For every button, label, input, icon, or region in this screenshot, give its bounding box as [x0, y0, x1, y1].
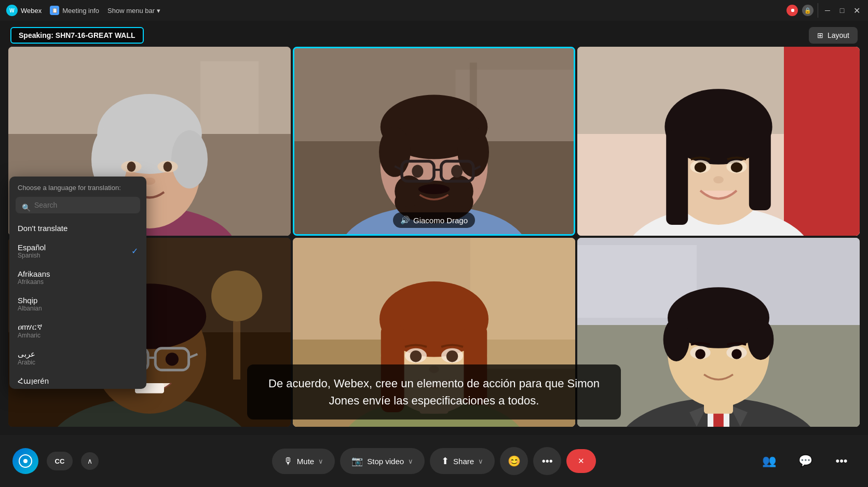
- control-bar: CC ∧ 🎙 Mute ∨ 📷 Stop video ∨ ⬆ Share ∨ 😊…: [0, 435, 868, 487]
- end-call-icon: ✕: [578, 456, 585, 466]
- stop-video-btn[interactable]: 📷 Stop video ∨: [340, 448, 425, 474]
- mute-caret: ∨: [318, 457, 323, 465]
- app-name: Webex: [21, 7, 42, 15]
- speaker-name-text: Giacomo Drago: [413, 216, 468, 225]
- participant-video-3: [577, 47, 860, 236]
- svg-point-48: [713, 176, 724, 183]
- lang-name-amharic: ዐmሃርኛ: [18, 322, 43, 332]
- layout-btn[interactable]: ⊞ Layout: [809, 27, 858, 44]
- mute-btn[interactable]: 🎙 Mute ∨: [272, 449, 335, 474]
- svg-point-22: [379, 127, 411, 177]
- participant-video-2: [294, 48, 574, 234]
- active-speaker-label: 🔊 Giacomo Drago: [393, 212, 475, 228]
- overflow-btn[interactable]: •••: [828, 447, 856, 475]
- overflow-icon: •••: [835, 454, 847, 468]
- layout-label: Layout: [828, 31, 849, 39]
- lang-item-spanish[interactable]: Español Spanish ✓: [9, 238, 146, 264]
- recording-badge: ⏺: [786, 5, 798, 16]
- svg-point-77: [446, 350, 458, 362]
- chevron-down-icon: ▾: [157, 7, 160, 15]
- svg-point-90: [663, 318, 689, 361]
- search-wrapper: 🔍: [9, 197, 146, 219]
- mic-active-icon: 🔊: [400, 215, 410, 225]
- reactions-icon: 😊: [508, 455, 521, 467]
- lang-check-spanish: ✓: [131, 246, 138, 256]
- meeting-info-btn[interactable]: 📋 Meeting info: [50, 6, 99, 15]
- security-badge: 🔒: [802, 5, 813, 16]
- app-logo[interactable]: W Webex: [6, 5, 42, 16]
- share-icon: ⬆: [441, 455, 449, 467]
- svg-point-97: [23, 459, 28, 463]
- participant-avatar-2: [294, 48, 574, 234]
- end-call-btn[interactable]: ✕: [566, 449, 596, 473]
- webex-icon: W: [6, 5, 18, 16]
- share-btn[interactable]: ⬆ Share ∨: [430, 448, 495, 474]
- participant-avatar-3: [577, 47, 860, 236]
- svg-point-95: [731, 349, 742, 359]
- lang-name-arabic: عربى: [18, 349, 35, 359]
- svg-point-11: [127, 161, 136, 172]
- participants-icon: 👥: [762, 454, 776, 468]
- lang-sub-amharic: Amharic: [18, 332, 43, 339]
- svg-point-51: [211, 270, 262, 321]
- cc-label: CC: [55, 457, 65, 465]
- lang-name-afrikaans: Afrikaans: [18, 269, 50, 278]
- chevron-up-icon: ∧: [87, 457, 92, 465]
- close-btn[interactable]: ✕: [851, 5, 862, 16]
- video-cell-3: [577, 47, 860, 236]
- chat-btn[interactable]: 💬: [791, 447, 819, 475]
- show-menu-btn[interactable]: Show menu bar ▾: [107, 7, 160, 15]
- webex-ai-btn[interactable]: [12, 448, 38, 474]
- language-list: Don't translate Español Spanish ✓ Afrika…: [9, 219, 146, 385]
- svg-point-34: [418, 184, 450, 194]
- layout-icon: ⊞: [817, 31, 823, 39]
- share-caret: ∨: [478, 457, 483, 465]
- svg-point-63: [166, 353, 179, 366]
- svg-point-76: [410, 350, 422, 362]
- more-btn[interactable]: •••: [533, 447, 561, 475]
- speaking-prefix: Speaking:: [19, 31, 53, 39]
- video-icon: 📷: [351, 455, 363, 467]
- lang-item-dont-translate[interactable]: Don't translate: [9, 219, 146, 238]
- lang-item-albanian[interactable]: Shqip Albanian: [9, 291, 146, 317]
- svg-point-33: [451, 165, 463, 178]
- reactions-btn[interactable]: 😊: [500, 447, 528, 475]
- language-search-input[interactable]: [16, 197, 140, 213]
- window-controls: ⏺ 🔒 ─ □ ✕: [786, 3, 862, 18]
- mic-icon: 🎙: [283, 456, 293, 467]
- lang-item-armenian[interactable]: Հայerén Armenian: [9, 371, 146, 385]
- chat-icon: 💬: [798, 454, 812, 468]
- divider: [818, 3, 818, 18]
- svg-rect-42: [666, 130, 688, 225]
- lang-item-afrikaans[interactable]: Afrikaans Afrikaans: [9, 264, 146, 291]
- speaking-name: SHN7-16-GREAT WALL: [56, 31, 135, 39]
- video-cell-2: 🔊 Giacomo Drago: [293, 47, 575, 236]
- menu-label: Show menu bar: [107, 7, 155, 15]
- svg-rect-37: [784, 47, 860, 236]
- lang-sub-afrikaans: Afrikaans: [18, 278, 50, 286]
- chevron-up-btn[interactable]: ∧: [81, 452, 99, 470]
- ai-icon: [18, 454, 33, 468]
- cc-btn[interactable]: CC: [47, 452, 73, 470]
- speaking-indicator: Speaking: SHN7-16-GREAT WALL: [10, 27, 144, 44]
- maximize-btn[interactable]: □: [837, 5, 847, 16]
- mute-label: Mute: [297, 457, 314, 466]
- svg-point-32: [412, 165, 423, 178]
- lang-name-albanian: Shqip: [18, 296, 42, 305]
- participants-btn[interactable]: 👥: [755, 447, 783, 475]
- ctrl-left: CC ∧: [12, 448, 99, 474]
- meeting-icon: 📋: [50, 6, 59, 15]
- more-icon: •••: [542, 455, 553, 467]
- stop-video-label: Stop video: [367, 457, 404, 466]
- share-label: Share: [453, 457, 474, 466]
- lang-item-amharic[interactable]: ዐmሃርኛ Amharic: [9, 317, 146, 344]
- svg-point-91: [748, 319, 774, 360]
- svg-point-12: [164, 161, 172, 172]
- language-dropdown: Choose a language for translation: 🔍 Don…: [9, 177, 146, 389]
- subtitle-text: De acuerdo, Webex, cree un elemento de a…: [268, 377, 600, 407]
- speaking-badge: Speaking: SHN7-16-GREAT WALL: [10, 27, 144, 44]
- dropdown-title: Choose a language for translation:: [9, 184, 146, 197]
- lang-item-arabic[interactable]: عربى Arabic: [9, 344, 146, 371]
- minimize-btn[interactable]: ─: [822, 5, 833, 16]
- svg-point-46: [695, 163, 706, 173]
